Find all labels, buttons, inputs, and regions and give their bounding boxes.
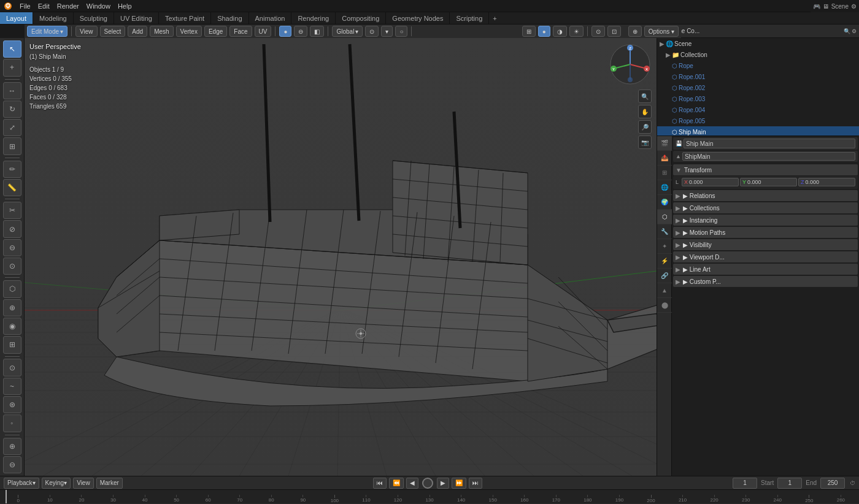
add-menu[interactable]: Add bbox=[128, 26, 147, 37]
solid-shading[interactable]: ● bbox=[538, 26, 550, 37]
navigation-gizmo[interactable]: Z X Y bbox=[609, 43, 652, 86]
jump-to-start-btn[interactable]: ⏮ bbox=[373, 478, 387, 489]
tool-bevel[interactable]: ◉ bbox=[3, 318, 21, 335]
gizmo-btn[interactable]: ⊕ bbox=[628, 26, 642, 37]
face-menu[interactable]: Face bbox=[229, 26, 252, 37]
snap-settings[interactable]: ▾ bbox=[381, 26, 393, 37]
tool-edge-slide[interactable]: ◦ bbox=[3, 414, 21, 432]
next-keyframe-btn[interactable]: ⏩ bbox=[452, 478, 466, 489]
uv-menu[interactable]: UV bbox=[255, 26, 272, 37]
tool-bridge[interactable]: ⊞ bbox=[3, 336, 21, 353]
relations-section-header[interactable]: ▶ ▶ Relations bbox=[673, 190, 858, 201]
current-frame-input[interactable] bbox=[733, 478, 757, 489]
face-select-mode[interactable]: ◧ bbox=[310, 26, 324, 37]
outliner-item-shipmain[interactable]: ⬡ Ship Main bbox=[657, 126, 859, 136]
collections-section-header[interactable]: ▶ ▶ Collections bbox=[673, 202, 858, 213]
location-x[interactable]: X0.000 bbox=[682, 178, 739, 186]
menu-edit[interactable]: Edit bbox=[34, 1, 53, 11]
menu-help[interactable]: Help bbox=[114, 1, 136, 11]
menu-render[interactable]: Render bbox=[53, 1, 83, 11]
outliner-item-r5[interactable]: ⬡ Rope.004 bbox=[657, 104, 859, 115]
menu-file[interactable]: File bbox=[16, 1, 34, 11]
transform-space[interactable]: Global ▾ bbox=[332, 26, 363, 37]
frame-start-input[interactable] bbox=[777, 478, 802, 489]
mesh-menu[interactable]: Mesh bbox=[150, 26, 173, 37]
tab-geometry-nodes[interactable]: Geometry Nodes bbox=[386, 12, 450, 24]
outliner-item-r4[interactable]: ⬡ Rope.003 bbox=[657, 93, 859, 104]
custom-props-section-header[interactable]: ▶ ▶ Custom P... bbox=[673, 276, 858, 287]
location-z[interactable]: Z0.000 bbox=[798, 178, 855, 186]
prop-tab-data[interactable]: ▲ bbox=[657, 283, 672, 298]
tab-shading[interactable]: Shading bbox=[211, 12, 248, 24]
outliner-item-r2[interactable]: ⬡ Rope.001 bbox=[657, 71, 859, 82]
prop-tab-particles[interactable]: ✦ bbox=[657, 239, 672, 254]
material-shading[interactable]: ◑ bbox=[553, 26, 567, 37]
pan-viewport-btn[interactable]: ✋ bbox=[638, 105, 652, 118]
tool-shrink-fatten[interactable]: ⊕ bbox=[3, 438, 21, 455]
prop-tab-render[interactable]: 🎬 bbox=[657, 136, 672, 151]
prop-tab-constraints[interactable]: 🔗 bbox=[657, 269, 672, 283]
tool-rotate[interactable]: ↻ bbox=[3, 101, 21, 118]
camera-viewport-btn[interactable]: 📷 bbox=[638, 136, 652, 149]
outliner-item-r1[interactable]: ⬡ Rope bbox=[657, 60, 859, 71]
menu-window[interactable]: Window bbox=[83, 1, 114, 11]
tab-scripting[interactable]: Scripting bbox=[450, 12, 489, 24]
timeline-ruler[interactable]: 0 10 20 30 40 50 60 70 80 90 100 110 120… bbox=[0, 490, 859, 503]
tab-sculpting[interactable]: Sculpting bbox=[74, 12, 114, 24]
prop-tab-material[interactable]: ⬤ bbox=[657, 298, 672, 313]
location-y[interactable]: Y0.000 bbox=[740, 178, 797, 186]
view-menu[interactable]: View bbox=[75, 26, 98, 37]
motion-paths-section-header[interactable]: ▶ ▶ Motion Paths bbox=[673, 227, 858, 238]
tool-smooth[interactable]: ~ bbox=[3, 378, 21, 395]
rendered-shading[interactable]: ☀ bbox=[569, 26, 584, 37]
vertex-select-mode[interactable]: ● bbox=[279, 26, 291, 37]
prev-frame-btn[interactable]: ◀ bbox=[406, 478, 418, 489]
prev-keyframe-btn[interactable]: ⏪ bbox=[389, 478, 404, 489]
wireframe-shading[interactable]: ⊞ bbox=[522, 26, 536, 37]
item-name-input[interactable] bbox=[684, 139, 855, 148]
tab-modeling[interactable]: Modeling bbox=[33, 12, 74, 24]
mesh-name-input[interactable] bbox=[682, 152, 855, 161]
tab-compositing[interactable]: Compositing bbox=[336, 12, 386, 24]
marker-menu[interactable]: Marker bbox=[96, 478, 123, 489]
xray-btn[interactable]: ⊡ bbox=[607, 26, 621, 37]
outliner-item-collection[interactable]: ▶ 📁 Collection bbox=[657, 49, 859, 60]
overlay-btn[interactable]: ⊙ bbox=[591, 26, 605, 37]
overlay-options-btn[interactable]: Options ▾ bbox=[644, 26, 679, 37]
frame-end-input[interactable] bbox=[820, 478, 845, 489]
zoom-viewport-btn[interactable]: 🔎 bbox=[638, 120, 652, 134]
tool-spin[interactable]: ⊙ bbox=[3, 359, 21, 376]
prop-tab-output[interactable]: 📤 bbox=[657, 151, 672, 166]
line-art-section-header[interactable]: ▶ ▶ Line Art bbox=[673, 264, 858, 275]
tab-uv-editing[interactable]: UV Editing bbox=[114, 12, 159, 24]
vertex-menu[interactable]: Vertex bbox=[176, 26, 202, 37]
tab-texture-paint[interactable]: Texture Paint bbox=[159, 12, 211, 24]
prop-tab-physics[interactable]: ⚡ bbox=[657, 254, 672, 269]
tool-move[interactable]: ↔ bbox=[3, 82, 21, 99]
proportional-edit[interactable]: ○ bbox=[395, 26, 407, 37]
tool-randomize[interactable]: ⊛ bbox=[3, 396, 21, 413]
search-viewport-btn[interactable]: 🔍 bbox=[638, 90, 652, 103]
prop-tab-view-layer[interactable]: ⊞ bbox=[657, 166, 672, 180]
playback-menu[interactable]: Playback ▾ bbox=[4, 478, 39, 489]
tool-loop-cut[interactable]: ⊖ bbox=[3, 239, 21, 256]
viewport-3d[interactable]: User Perspective (1) Ship Main Objects 1… bbox=[25, 38, 657, 476]
prop-tab-modifier[interactable]: 🔧 bbox=[657, 224, 672, 239]
next-frame-btn[interactable]: ▶ bbox=[437, 478, 449, 489]
outliner-settings-icon[interactable]: ⚙ bbox=[852, 28, 857, 34]
tool-bisect[interactable]: ⊘ bbox=[3, 220, 21, 237]
tab-rendering[interactable]: Rendering bbox=[291, 12, 336, 24]
mode-selector[interactable]: Edit Mode ▾ bbox=[27, 26, 67, 37]
jump-to-end-btn[interactable]: ⏭ bbox=[469, 478, 482, 489]
edge-menu[interactable]: Edge bbox=[204, 26, 227, 37]
edge-select-mode[interactable]: ⊖ bbox=[294, 26, 307, 37]
tool-knife[interactable]: ✂ bbox=[3, 202, 21, 219]
tool-extrude[interactable]: ⬡ bbox=[3, 280, 21, 297]
tool-select[interactable]: ↖ bbox=[3, 40, 21, 58]
outliner-item-scene[interactable]: ▶ 🌐 Scene bbox=[657, 38, 859, 49]
tool-offset-edge[interactable]: ⊙ bbox=[3, 258, 21, 275]
visibility-section-header[interactable]: ▶ ▶ Visibility bbox=[673, 239, 858, 250]
tool-inset[interactable]: ⊕ bbox=[3, 299, 21, 316]
prop-tab-object[interactable]: ⬡ bbox=[657, 210, 672, 224]
view-menu-timeline[interactable]: View bbox=[73, 478, 94, 489]
